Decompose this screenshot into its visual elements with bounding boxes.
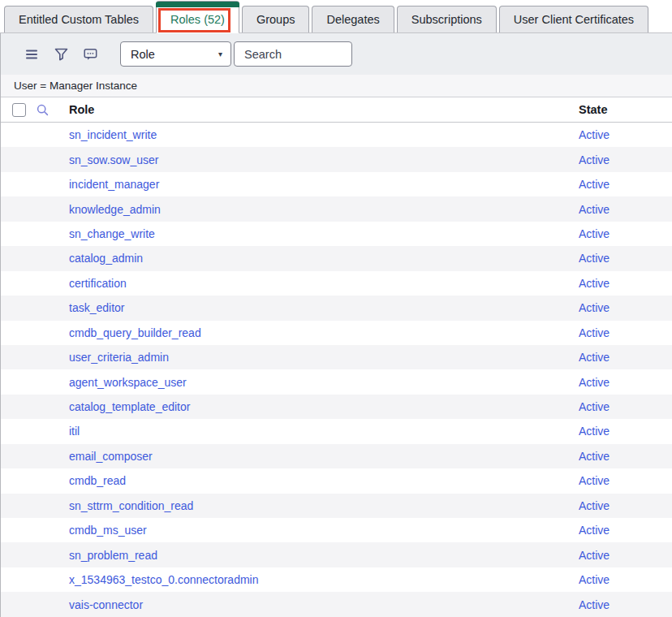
tab-label: Entitled Custom Tables bbox=[19, 13, 139, 26]
role-cell: sn_sow.sow_user bbox=[69, 153, 579, 166]
state-value[interactable]: Active bbox=[579, 549, 610, 562]
column-header-state[interactable]: State bbox=[579, 103, 672, 116]
chevron-down-icon: ▾ bbox=[218, 50, 222, 58]
column-search-icon[interactable] bbox=[37, 104, 69, 116]
role-cell: task_editor bbox=[69, 301, 579, 314]
state-cell: Active bbox=[579, 598, 672, 611]
table-row: sn_incident_writeActive bbox=[1, 123, 672, 147]
table-row: vais-connectorActive bbox=[1, 592, 672, 616]
role-link[interactable]: itil bbox=[69, 425, 80, 438]
state-cell: Active bbox=[579, 474, 672, 487]
state-value[interactable]: Active bbox=[579, 499, 610, 512]
table-row: task_editorActive bbox=[1, 296, 672, 320]
role-link[interactable]: knowledge_admin bbox=[69, 203, 161, 216]
state-value[interactable]: Active bbox=[579, 474, 610, 487]
role-link[interactable]: cmdb_read bbox=[69, 474, 126, 487]
funnel-icon bbox=[54, 48, 68, 61]
tab-label: User Client Certificates bbox=[514, 13, 634, 26]
state-cell: Active bbox=[579, 499, 672, 512]
role-link[interactable]: agent_workspace_user bbox=[69, 376, 187, 389]
role-cell: vais-connector bbox=[69, 598, 579, 611]
breadcrumb[interactable]: User = Manager Instance bbox=[1, 75, 672, 97]
role-link[interactable]: sn_incident_write bbox=[69, 128, 157, 141]
state-value[interactable]: Active bbox=[579, 326, 610, 339]
state-value[interactable]: Active bbox=[579, 598, 610, 611]
state-cell: Active bbox=[579, 573, 672, 586]
state-cell: Active bbox=[579, 351, 672, 364]
role-link[interactable]: sn_problem_read bbox=[69, 549, 157, 562]
role-cell: incident_manager bbox=[69, 178, 579, 191]
role-link[interactable]: sn_sow.sow_user bbox=[69, 153, 159, 166]
state-value[interactable]: Active bbox=[579, 203, 610, 216]
state-value[interactable]: Active bbox=[579, 400, 610, 413]
chat-icon[interactable] bbox=[83, 47, 97, 62]
state-value[interactable]: Active bbox=[579, 227, 610, 240]
state-value[interactable]: Active bbox=[579, 277, 610, 290]
state-value[interactable]: Active bbox=[579, 301, 610, 314]
state-cell: Active bbox=[579, 549, 672, 562]
role-link[interactable]: cmdb_ms_user bbox=[69, 524, 147, 537]
roles-list-content: Role ▾ User = Manager Instance Role Stat… bbox=[0, 33, 672, 617]
role-link[interactable]: x_1534963_testco_0.connectoradmin bbox=[69, 573, 259, 586]
state-cell: Active bbox=[579, 400, 672, 413]
tab-groups[interactable]: Groups bbox=[242, 6, 310, 32]
state-value[interactable]: Active bbox=[579, 153, 610, 166]
tab-roles-52[interactable]: Roles (52) bbox=[156, 1, 239, 33]
tab-label: Subscriptions bbox=[411, 13, 482, 26]
role-link[interactable]: sn_sttrm_condition_read bbox=[69, 499, 193, 512]
state-value[interactable]: Active bbox=[579, 252, 610, 265]
list-menu-icon[interactable] bbox=[24, 47, 39, 62]
state-value[interactable]: Active bbox=[579, 128, 610, 141]
tab-delegates[interactable]: Delegates bbox=[312, 6, 394, 32]
role-link[interactable]: incident_manager bbox=[69, 178, 159, 191]
state-value[interactable]: Active bbox=[579, 351, 610, 364]
tab-bar: Entitled Custom TablesRoles (52)GroupsDe… bbox=[0, 0, 672, 33]
role-link[interactable]: email_composer bbox=[69, 450, 153, 463]
state-value[interactable]: Active bbox=[579, 524, 610, 537]
role-cell: user_criteria_admin bbox=[69, 351, 579, 364]
table-row: agent_workspace_userActive bbox=[1, 369, 672, 394]
role-cell: sn_sttrm_condition_read bbox=[69, 499, 579, 512]
search-column-select[interactable]: Role ▾ bbox=[120, 41, 231, 67]
table-body: sn_incident_writeActivesn_sow.sow_userAc… bbox=[1, 123, 672, 617]
state-value[interactable]: Active bbox=[579, 450, 610, 463]
role-link[interactable]: vais-connector bbox=[69, 598, 143, 611]
role-link[interactable]: catalog_template_editor bbox=[69, 400, 190, 413]
table-row: sn_problem_readActive bbox=[1, 542, 672, 567]
state-cell: Active bbox=[579, 153, 672, 166]
role-cell: catalog_admin bbox=[69, 252, 579, 265]
state-value[interactable]: Active bbox=[579, 425, 610, 438]
role-link[interactable]: user_criteria_admin bbox=[69, 351, 169, 364]
tab-label: Delegates bbox=[326, 13, 379, 26]
role-link[interactable]: catalog_admin bbox=[69, 252, 143, 265]
tab-subscriptions[interactable]: Subscriptions bbox=[397, 6, 497, 32]
search-input[interactable] bbox=[234, 41, 352, 67]
table-row: user_criteria_adminActive bbox=[1, 345, 672, 369]
table-row: catalog_template_editorActive bbox=[1, 395, 672, 419]
state-cell: Active bbox=[579, 227, 672, 240]
role-cell: email_composer bbox=[69, 450, 579, 463]
column-header-role[interactable]: Role bbox=[69, 103, 579, 116]
search-column-value: Role bbox=[131, 48, 155, 61]
select-all-checkbox[interactable] bbox=[12, 103, 26, 117]
role-link[interactable]: sn_change_write bbox=[69, 227, 155, 240]
filter-icon[interactable] bbox=[54, 47, 68, 62]
state-value[interactable]: Active bbox=[579, 376, 610, 389]
role-link[interactable]: task_editor bbox=[69, 301, 124, 314]
tab-entitled-custom-tables[interactable]: Entitled Custom Tables bbox=[4, 6, 153, 32]
table-row: incident_managerActive bbox=[1, 172, 672, 196]
state-cell: Active bbox=[579, 425, 672, 438]
state-cell: Active bbox=[579, 376, 672, 389]
state-cell: Active bbox=[579, 450, 672, 463]
state-value[interactable]: Active bbox=[579, 573, 610, 586]
state-value[interactable]: Active bbox=[579, 178, 610, 191]
state-cell: Active bbox=[579, 326, 672, 339]
user-related-lists-panel: Entitled Custom TablesRoles (52)GroupsDe… bbox=[0, 0, 672, 617]
state-cell: Active bbox=[579, 277, 672, 290]
role-link[interactable]: cmdb_query_builder_read bbox=[69, 326, 201, 339]
search-icon bbox=[37, 104, 49, 116]
list-toolbar: Role ▾ bbox=[1, 33, 672, 75]
state-cell: Active bbox=[579, 128, 672, 141]
role-link[interactable]: certification bbox=[69, 277, 127, 290]
tab-user-client-certificates[interactable]: User Client Certificates bbox=[499, 6, 648, 32]
